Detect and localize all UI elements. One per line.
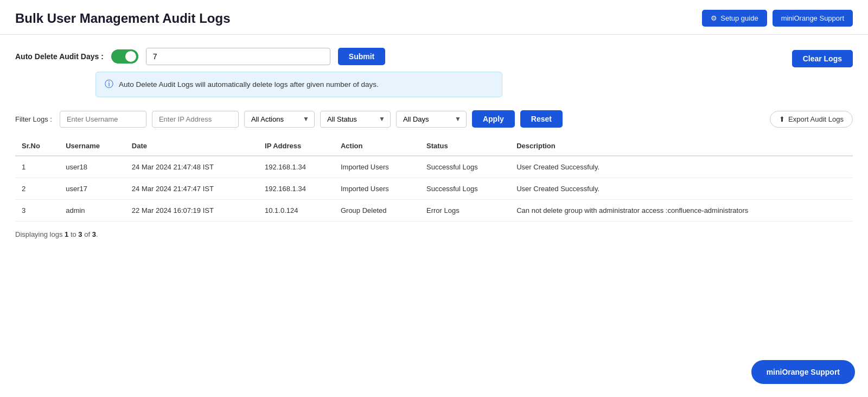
pagination-text: Displaying logs 1 to 3 of 3. <box>15 230 853 238</box>
auto-delete-toggle[interactable] <box>111 49 138 64</box>
days-select[interactable]: All Days <box>396 111 467 128</box>
table-cell: Successful Logs <box>420 156 510 178</box>
col-srno: Sr.No <box>15 136 59 156</box>
reset-button[interactable]: Reset <box>520 110 563 128</box>
audit-logs-table-section: Sr.No Username Date IP Address Action St… <box>15 136 853 222</box>
col-status: Status <box>420 136 510 156</box>
table-cell: Can not delete group with administrator … <box>510 200 853 222</box>
table-header: Sr.No Username Date IP Address Action St… <box>15 136 853 156</box>
header-buttons: ⚙ Setup guide miniOrange Support <box>702 10 853 27</box>
table-cell: 22 Mar 2024 16:07:19 IST <box>125 200 258 222</box>
table-cell: 10.1.0.124 <box>258 200 334 222</box>
col-ip: IP Address <box>258 136 334 156</box>
table-row: 3admin22 Mar 2024 16:07:19 IST10.1.0.124… <box>15 200 853 222</box>
col-description: Description <box>510 136 853 156</box>
col-date: Date <box>125 136 258 156</box>
clear-logs-button[interactable]: Clear Logs <box>792 50 853 67</box>
table-cell: Error Logs <box>420 200 510 222</box>
table-cell: 3 <box>15 200 59 222</box>
export-button[interactable]: ⬆ Export Audit Logs <box>770 111 853 128</box>
table-cell: 24 Mar 2024 21:47:47 IST <box>125 178 258 200</box>
table-cell: user18 <box>59 156 125 178</box>
ip-input[interactable] <box>152 111 239 128</box>
main-content: Auto Delete Audit Days : 7 Submit Clear … <box>0 35 868 251</box>
filter-row: Filter Logs : All Actions ▼ All Status ▼… <box>15 110 853 128</box>
days-input[interactable]: 7 <box>146 48 330 65</box>
page-header: Bulk User Management Audit Logs ⚙ Setup … <box>0 0 868 35</box>
upload-icon: ⬆ <box>779 115 785 123</box>
table-row: 1user1824 Mar 2024 21:47:48 IST192.168.1… <box>15 156 853 178</box>
page-title: Bulk User Management Audit Logs <box>15 11 231 26</box>
table-cell: Imported Users <box>334 156 420 178</box>
table-cell: 192.168.1.34 <box>258 178 334 200</box>
info-box: ⓘ Auto Delete Audit Logs will automatica… <box>95 72 502 97</box>
header-support-button[interactable]: miniOrange Support <box>773 10 853 27</box>
submit-button[interactable]: Submit <box>338 48 385 65</box>
setup-guide-button[interactable]: ⚙ Setup guide <box>702 10 767 27</box>
table-cell: User Created Successfuly. <box>510 178 853 200</box>
col-action: Action <box>334 136 420 156</box>
audit-logs-table: Sr.No Username Date IP Address Action St… <box>15 136 853 222</box>
filter-label: Filter Logs : <box>15 115 52 123</box>
auto-delete-row: Auto Delete Audit Days : 7 Submit <box>15 48 385 65</box>
table-cell: 2 <box>15 178 59 200</box>
pagination-to: 3 <box>78 230 82 238</box>
status-select-wrapper: All Status ▼ <box>320 111 391 128</box>
table-body: 1user1824 Mar 2024 21:47:48 IST192.168.1… <box>15 156 853 222</box>
username-input[interactable] <box>60 111 146 128</box>
info-text: Auto Delete Audit Logs will automaticall… <box>119 80 379 89</box>
table-cell: Imported Users <box>334 178 420 200</box>
table-cell: admin <box>59 200 125 222</box>
gear-icon: ⚙ <box>711 14 717 22</box>
apply-button[interactable]: Apply <box>472 110 515 128</box>
actions-select[interactable]: All Actions <box>244 111 315 128</box>
pagination-total: 3 <box>92 230 96 238</box>
col-username: Username <box>59 136 125 156</box>
table-cell: user17 <box>59 178 125 200</box>
auto-delete-label: Auto Delete Audit Days : <box>15 52 104 61</box>
table-cell: Group Deleted <box>334 200 420 222</box>
actions-select-wrapper: All Actions ▼ <box>244 111 315 128</box>
table-cell: 1 <box>15 156 59 178</box>
table-cell: 192.168.1.34 <box>258 156 334 178</box>
table-cell: User Created Successfuly. <box>510 156 853 178</box>
table-row: 2user1724 Mar 2024 21:47:47 IST192.168.1… <box>15 178 853 200</box>
days-select-wrapper: All Days ▼ <box>396 111 467 128</box>
toggle-slider <box>111 49 138 64</box>
status-select[interactable]: All Status <box>320 111 391 128</box>
table-cell: Successful Logs <box>420 178 510 200</box>
info-icon: ⓘ <box>105 79 113 90</box>
table-cell: 24 Mar 2024 21:47:48 IST <box>125 156 258 178</box>
